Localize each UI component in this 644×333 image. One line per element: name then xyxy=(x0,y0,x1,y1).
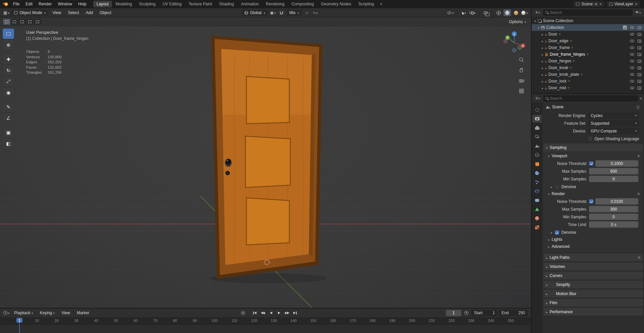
object-name[interactable]: Door_lock xyxy=(548,79,567,84)
object-types-visibility-dropdown[interactable] xyxy=(447,9,454,16)
outliner-filter-button[interactable] xyxy=(634,9,642,16)
add-workspace-button[interactable]: + xyxy=(378,1,385,7)
shading-rendered-button[interactable] xyxy=(521,9,528,16)
expand-icon[interactable] xyxy=(542,39,543,43)
preview-range-toggle[interactable] xyxy=(463,310,470,316)
expand-icon[interactable] xyxy=(542,79,543,84)
outliner-search[interactable] xyxy=(543,9,633,16)
frame-start-field[interactable]: Start1 xyxy=(471,310,497,316)
unlink-scene-icon[interactable]: ✕ xyxy=(599,2,602,6)
render-engine-dropdown[interactable]: Cycles xyxy=(588,112,639,119)
tab-scripting[interactable]: Scripting xyxy=(355,1,377,7)
panel-curves[interactable]: Curves xyxy=(543,272,643,279)
outliner-search-input[interactable] xyxy=(550,10,630,14)
render-denoise-checkbox[interactable] xyxy=(555,230,559,235)
tab-uv-editing[interactable]: UV Editing xyxy=(159,1,185,7)
jump-to-end-button[interactable] xyxy=(292,310,299,316)
disable-in-render-icon[interactable] xyxy=(637,26,641,29)
outliner-row-object-active[interactable]: Door_frame_hinges xyxy=(532,51,644,58)
hide-in-viewport-icon[interactable] xyxy=(630,73,634,76)
select-mode-subtract-button[interactable] xyxy=(18,19,26,25)
object-name[interactable]: Door_knob_plate xyxy=(548,72,579,77)
tab-scene-properties[interactable] xyxy=(532,142,542,150)
collection-label[interactable]: Collection xyxy=(546,25,564,30)
new-scene-icon[interactable]: ⊞ xyxy=(594,2,597,6)
next-keyframe-button[interactable] xyxy=(284,310,291,316)
scene-selector[interactable]: Scene ⊞ ✕ xyxy=(574,1,604,7)
menu-window[interactable]: Window xyxy=(55,1,75,7)
viewport-3d[interactable]: Options ⊕ ✚ ↻ ⤢ ◉ ✎ ∠ ▣ xyxy=(0,17,531,308)
osl-checkbox[interactable] xyxy=(588,136,592,141)
feature-set-dropdown[interactable]: Supported xyxy=(588,120,639,126)
object-name[interactable]: Door_frame_hinges xyxy=(550,52,585,57)
render-max-samples-field[interactable]: 300 xyxy=(589,206,638,212)
collapse-icon[interactable] xyxy=(534,18,536,23)
menu-file[interactable]: File xyxy=(10,1,22,7)
panel-volumes[interactable]: Volumes xyxy=(543,263,643,270)
menu-select[interactable]: Select xyxy=(65,10,81,16)
subpanel-viewport-header[interactable]: Viewport xyxy=(543,152,643,159)
menu-playback[interactable]: Playback xyxy=(11,310,36,316)
object-name[interactable]: Door_edge xyxy=(548,39,568,43)
tab-object-properties[interactable] xyxy=(532,160,542,168)
scene-collection-label[interactable]: Scene Collection xyxy=(543,18,573,23)
camera-view-icon[interactable] xyxy=(519,78,524,84)
outliner-row-object[interactable]: Door_frame xyxy=(532,44,644,51)
preset-menu-icon[interactable] xyxy=(637,191,640,196)
prev-keyframe-button[interactable] xyxy=(259,310,267,316)
mode-dropdown[interactable]: Object Mode xyxy=(11,10,49,16)
outliner-row-object[interactable]: Door_knob_plate xyxy=(532,71,644,78)
timeline-body[interactable]: 1020304050607080901001101201301401501601… xyxy=(0,318,531,333)
subpanel-render-denoise[interactable]: Denoise xyxy=(543,229,643,236)
pan-hand-icon[interactable] xyxy=(519,67,524,73)
hide-in-viewport-icon[interactable] xyxy=(630,66,634,69)
hide-in-viewport-icon[interactable] xyxy=(630,26,634,29)
tool-scale[interactable]: ⤢ xyxy=(3,76,14,87)
tab-modeling[interactable]: Modeling xyxy=(112,1,135,7)
disable-in-render-icon[interactable] xyxy=(637,53,641,56)
expand-icon[interactable] xyxy=(542,52,543,57)
expand-icon[interactable] xyxy=(542,32,543,37)
render-time-limit-field[interactable]: 0 s xyxy=(589,221,638,228)
subpanel-lights[interactable]: Lights xyxy=(543,236,643,243)
tab-world-properties[interactable] xyxy=(532,151,542,159)
expand-icon[interactable] xyxy=(542,65,543,70)
disable-in-render-icon[interactable] xyxy=(637,80,641,83)
viewport-denoise-checkbox[interactable] xyxy=(555,185,559,189)
select-mode-invert-button[interactable] xyxy=(26,19,34,25)
tab-compositing[interactable]: Compositing xyxy=(288,1,317,7)
toggle-xray-button[interactable] xyxy=(482,9,489,16)
panel-light-paths[interactable]: Light Paths xyxy=(543,254,643,261)
properties-search[interactable] xyxy=(543,95,638,102)
timeline-channel-area[interactable] xyxy=(0,325,531,333)
panel-performance[interactable]: Performance xyxy=(543,308,643,316)
tab-particle-properties[interactable] xyxy=(532,178,542,186)
disable-in-render-icon[interactable] xyxy=(637,46,641,49)
tool-cursor[interactable]: ⊕ xyxy=(3,40,14,50)
tool-transform[interactable]: ◉ xyxy=(3,87,14,98)
render-min-samples-field[interactable]: 0 xyxy=(589,214,638,220)
disable-in-render-icon[interactable] xyxy=(637,73,641,76)
toggle-ortho-grid-icon[interactable] xyxy=(519,88,524,94)
tab-shading[interactable]: Shading xyxy=(216,1,237,7)
menu-view[interactable]: View xyxy=(50,10,64,16)
pin-icon[interactable] xyxy=(637,106,639,108)
menu-help[interactable]: Help xyxy=(75,1,89,7)
select-mode-extend-button[interactable] xyxy=(11,19,18,25)
show-gizmos-toggle[interactable] xyxy=(460,9,467,16)
outliner-row-object[interactable]: Door_lock xyxy=(532,78,644,85)
expand-icon[interactable] xyxy=(542,72,543,77)
tool-annotate[interactable]: ✎ xyxy=(3,102,14,112)
tab-physics-properties[interactable] xyxy=(532,187,542,195)
object-name[interactable]: Door_frame xyxy=(548,45,570,50)
editor-type-outliner-icon[interactable]: ≡ xyxy=(534,9,541,16)
snap-toggle[interactable] xyxy=(278,9,285,16)
timeline-ruler[interactable]: 1020304050607080901001101201301401501601… xyxy=(0,318,531,325)
device-dropdown[interactable]: GPU Compute xyxy=(588,128,639,134)
tab-geometry-nodes[interactable]: Geometry Nodes xyxy=(317,1,355,7)
tab-view-layer-properties[interactable] xyxy=(532,133,542,141)
viewport-noise-threshold-field[interactable]: 0.1000 xyxy=(595,160,638,167)
remove-view-layer-icon[interactable]: ✕ xyxy=(635,2,638,6)
menu-marker[interactable]: Marker xyxy=(74,310,92,316)
blender-logo-icon[interactable] xyxy=(3,2,8,7)
